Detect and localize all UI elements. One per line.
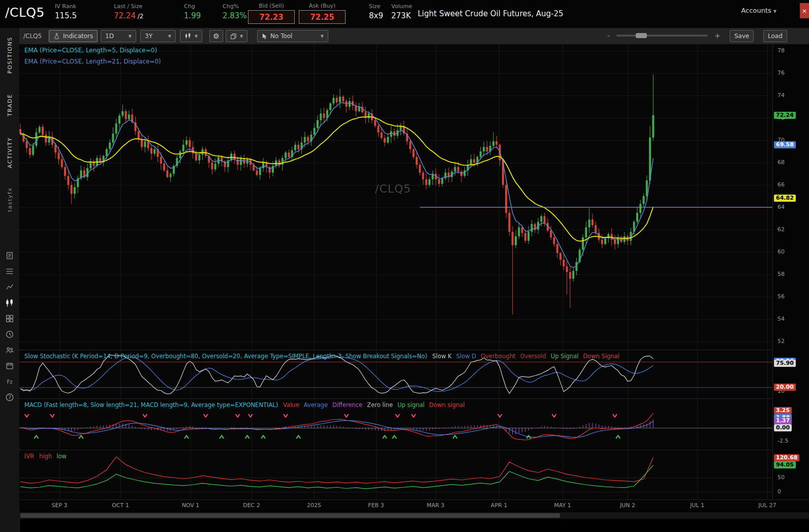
volume-label: Volume <box>391 0 412 10</box>
trading-platform-window: /CLQ5 IV Rank 115.5 Last / Size 72.24 /2… <box>0 0 809 532</box>
scrollbar-thumb[interactable] <box>20 513 560 518</box>
help-icon[interactable]: ? <box>5 392 15 402</box>
last-size-label: Last / Size <box>114 0 143 10</box>
community-icon[interactable] <box>5 345 15 355</box>
indicators-button[interactable]: Indicators <box>49 30 98 42</box>
chg-pct-value: 2.83% <box>223 10 247 20</box>
header-bar: /CLQ5 IV Rank 115.5 Last / Size 72.24 /2… <box>0 0 809 28</box>
sidebar-tab-positions[interactable]: POSITIONS <box>0 30 19 81</box>
time-axis-label: JUL 1 <box>690 502 704 509</box>
save-button[interactable]: Save <box>730 30 754 42</box>
axis-tick-label: 74 <box>777 92 785 99</box>
chart-settings-button[interactable]: ⚙ <box>209 30 223 42</box>
chart-style-dropdown[interactable]: ▼ <box>226 30 247 42</box>
zoom-out-button[interactable]: - <box>607 32 610 40</box>
sidebar-tab-activity[interactable]: ACTIVITY <box>0 130 19 175</box>
chevron-down-icon: ▼ <box>129 34 132 39</box>
range-value: 3Y <box>145 33 152 40</box>
axis-tick-label: 64 <box>777 204 785 211</box>
time-axis-label: NOV 1 <box>182 502 200 509</box>
left-sidebar: POSITIONS TRADE ACTIVITY tastyfx <box>0 28 20 532</box>
size-value: 8x9 <box>369 10 383 20</box>
grid-icon[interactable] <box>5 314 15 324</box>
time-axis-label: OCT 1 <box>112 502 129 509</box>
load-button[interactable]: Load <box>763 30 787 42</box>
sidebar-tab-tastyfx[interactable]: tastyfx <box>0 178 19 221</box>
futures-fz-icon[interactable]: Fz <box>5 377 15 387</box>
ivr-panel-canvas[interactable] <box>19 451 772 499</box>
last-price: 72.24 <box>114 11 136 20</box>
stochastic-panel-canvas[interactable] <box>19 351 772 398</box>
watchlist-icon[interactable] <box>5 266 15 276</box>
axis-tick-label: 76 <box>777 70 785 77</box>
timeframe-dropdown[interactable]: 1D ▼ <box>101 30 136 42</box>
calendar-icon[interactable] <box>5 361 15 371</box>
axis-tick-label: 62 <box>777 226 785 233</box>
drawing-tool-dropdown[interactable]: No Tool ▼ <box>257 30 328 42</box>
time-axis-label: MAY 1 <box>554 502 571 509</box>
ask-button[interactable]: 72.25 <box>299 10 346 24</box>
bid-label: Bid (Sell) <box>248 3 295 9</box>
time-axis-label: MAR 3 <box>426 502 444 509</box>
tool-label: No Tool <box>270 33 292 40</box>
iv-rank-label: IV Rank <box>55 0 77 10</box>
horizontal-scrollbar[interactable] <box>19 512 809 519</box>
time-axis-label: DEC 2 <box>243 502 260 509</box>
zoom-slider-thumb[interactable] <box>636 33 647 38</box>
last-size: /2 <box>136 13 144 20</box>
bid-price: 72.23 <box>259 13 283 22</box>
iv-rank-field: IV Rank 115.5 <box>55 0 77 20</box>
zoom-slider-track[interactable] <box>616 35 708 37</box>
tab-label: TRADE <box>7 94 13 116</box>
axis-price-bubble: 0.00 <box>774 424 792 431</box>
axis-tick-label: 60 <box>777 248 785 256</box>
axis-tick-label: 68 <box>777 159 785 166</box>
axis-price-bubble: 69.58 <box>774 141 796 148</box>
time-axis-label: JUN 2 <box>620 502 635 509</box>
axis-price-bubble: 3.25 <box>774 407 792 414</box>
chg-field: Chg 1.99 <box>184 0 201 20</box>
chg-label: Chg <box>184 0 201 10</box>
macd-panel-canvas[interactable] <box>19 399 772 449</box>
axis-tick-label: 58 <box>777 271 785 278</box>
size-label: Size <box>369 0 383 10</box>
candlestick-icon <box>184 33 192 40</box>
chevron-down-icon: ▼ <box>168 34 171 39</box>
tab-label: tastyfx <box>7 187 13 212</box>
axis-tick-label: 56 <box>777 293 785 300</box>
tab-label: POSITIONS <box>7 37 13 74</box>
axis-price-bubble: 75.90 <box>774 360 796 367</box>
axis-tick-label: 52 <box>777 338 785 345</box>
range-dropdown[interactable]: 3Y ▼ <box>140 30 176 42</box>
chevron-down-icon: ▼ <box>240 34 243 39</box>
ask-label: Ask (Buy) <box>299 3 346 9</box>
history-icon[interactable] <box>5 329 15 339</box>
chart-icon[interactable] <box>5 298 15 308</box>
chart-type-dropdown[interactable]: ▼ <box>180 30 202 42</box>
price-axis[interactable]: 787674727068666462605856545272.2469.5864… <box>772 44 809 500</box>
chevron-down-icon: ▼ <box>195 34 198 39</box>
time-axis-label: 2025 <box>307 502 321 509</box>
axis-tick-label: 54 <box>777 316 785 323</box>
axis-price-bubble: 1.37 <box>774 417 792 424</box>
close-button[interactable]: × <box>800 3 809 18</box>
price-chart-canvas[interactable] <box>19 44 772 349</box>
time-axis-label: SEP 3 <box>51 502 67 509</box>
accounts-dropdown[interactable]: Accounts▼ <box>741 7 776 14</box>
accounts-label: Accounts <box>741 7 771 14</box>
last-size-field: Last / Size 72.24 /2 <box>114 0 143 20</box>
time-axis[interactable]: SEP 3OCT 1NOV 1DEC 22025FEB 3MAR 3APR 1M… <box>19 499 809 511</box>
bid-button[interactable]: 72.23 <box>248 10 295 24</box>
chevron-down-icon: ▼ <box>773 9 776 14</box>
quotes-icon[interactable] <box>5 282 15 292</box>
sidebar-tab-trade[interactable]: TRADE <box>0 85 19 126</box>
iv-rank-value: 115.5 <box>55 10 77 20</box>
axis-price-bubble: 64.82 <box>774 195 796 202</box>
news-icon[interactable] <box>5 251 15 261</box>
time-axis-label: JUL 27 <box>759 502 776 509</box>
svg-text:?: ? <box>8 395 11 400</box>
size-field: Size 8x9 <box>369 0 383 20</box>
zoom-in-button[interactable]: + <box>714 32 721 40</box>
panel-divider <box>19 350 809 350</box>
axis-tick-label: 66 <box>777 181 785 189</box>
